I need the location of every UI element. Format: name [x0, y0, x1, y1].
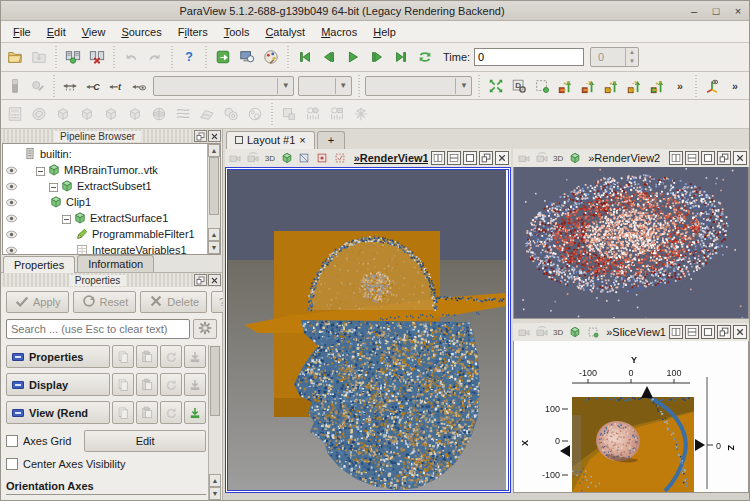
- menu-macros[interactable]: Macros: [313, 23, 365, 41]
- probe-location-icon[interactable]: [349, 102, 373, 126]
- edit-color-map-icon[interactable]: [26, 74, 49, 98]
- menu-file[interactable]: File: [5, 23, 39, 41]
- tab-information[interactable]: Information: [77, 255, 154, 272]
- sliceview1-viewport[interactable]: -100 0 100 Y 100 0 -100 X: [513, 341, 749, 493]
- center-axes-icon[interactable]: [701, 74, 724, 98]
- cam-3d-icon[interactable]: [533, 151, 550, 166]
- zoom-to-data-icon[interactable]: D: [507, 74, 530, 98]
- apply-button[interactable]: Apply: [6, 291, 69, 313]
- doc-copy-button[interactable]: [112, 401, 134, 424]
- menu-sources[interactable]: Sources: [113, 23, 169, 41]
- vcr-loop-icon[interactable]: [413, 45, 437, 69]
- vcr-play-icon[interactable]: [341, 45, 365, 69]
- add-layout-tab[interactable]: +: [317, 131, 345, 149]
- sel-1-icon[interactable]: [296, 151, 313, 166]
- color-bar-icon[interactable]: [3, 74, 26, 98]
- reset-button[interactable]: Reset: [73, 291, 137, 313]
- cam-2d-icon[interactable]: [227, 151, 244, 166]
- auto-apply-icon[interactable]: [211, 45, 235, 69]
- scroll-up-icon[interactable]: ▲: [208, 144, 220, 157]
- maximize-button[interactable]: □: [705, 5, 727, 17]
- visibility-eye-icon[interactable]: [3, 212, 19, 225]
- color-array-combo[interactable]: ▼: [153, 76, 294, 96]
- filter-clip-icon[interactable]: [51, 102, 75, 126]
- axes-cube-icon[interactable]: [566, 151, 583, 166]
- close-button[interactable]: [733, 151, 747, 165]
- doc-paste-button[interactable]: [136, 401, 158, 424]
- layout-tab-close-icon[interactable]: ×: [299, 134, 305, 146]
- doc-paste-button[interactable]: [136, 373, 158, 396]
- pipeline-float-button[interactable]: [194, 130, 207, 142]
- save-arrow-button[interactable]: [184, 373, 206, 396]
- pipeline-item-extractsubset1[interactable]: ExtractSubset1: [3, 178, 206, 194]
- visibility-eye-icon[interactable]: [3, 228, 19, 241]
- filter-extract-subset-icon[interactable]: [123, 102, 147, 126]
- menu-view[interactable]: View: [74, 23, 114, 41]
- search-options-button[interactable]: [193, 319, 217, 339]
- vcr-last-icon[interactable]: [389, 45, 413, 69]
- cam-3d-icon[interactable]: [245, 151, 262, 166]
- pipeline-item-integratevariables1[interactable]: IntegrateVariables1: [3, 242, 206, 255]
- slice-z-marker[interactable]: [695, 439, 705, 451]
- properties-titlebar[interactable]: Properties: [1, 273, 222, 287]
- expander-icon[interactable]: [49, 182, 58, 191]
- scroll-down-icon[interactable]: ▼: [208, 241, 220, 254]
- properties-scrollbar[interactable]: ▲ ▼: [208, 345, 221, 500]
- save-state-icon[interactable]: [27, 45, 51, 69]
- visibility-eye-icon[interactable]: [3, 180, 19, 193]
- view-title[interactable]: »SliceView1: [606, 326, 666, 338]
- save-arrow-button[interactable]: [184, 401, 206, 424]
- pipeline-item-builtin-[interactable]: builtin:: [3, 146, 206, 162]
- pipeline-scrollbar[interactable]: ▲ ▲ ▼: [207, 144, 220, 254]
- expander-icon[interactable]: [62, 214, 71, 223]
- calculator-icon[interactable]: [3, 102, 27, 126]
- slice-y-marker[interactable]: [641, 386, 653, 398]
- zoom-to-box-icon[interactable]: [530, 74, 553, 98]
- close-button[interactable]: ×: [727, 5, 749, 17]
- toggle-3d-mode[interactable]: 3D: [551, 154, 565, 163]
- refresh-small-button[interactable]: [160, 373, 182, 396]
- pipeline-item-extractsurface1[interactable]: ExtractSurface1: [3, 210, 206, 226]
- open-icon[interactable]: [3, 45, 27, 69]
- split-h-button[interactable]: [669, 151, 683, 165]
- pipeline-close-button[interactable]: [208, 130, 221, 142]
- server-disconnect-icon[interactable]: [85, 45, 109, 69]
- pipeline-browser-titlebar[interactable]: Pipeline Browser: [1, 129, 222, 143]
- renderview2-canvas[interactable]: [514, 167, 749, 319]
- scroll-down-icon[interactable]: ▼: [209, 487, 221, 500]
- properties-close-button[interactable]: [208, 274, 221, 286]
- view-pz-icon[interactable]: +Z: [645, 74, 668, 98]
- rescale-temporal-icon[interactable]: t: [105, 74, 128, 98]
- maximize-button[interactable]: [701, 325, 715, 339]
- scroll-up-icon[interactable]: ▲: [208, 228, 220, 241]
- filter-contour-icon[interactable]: [27, 102, 51, 126]
- vcr-prev-icon[interactable]: [317, 45, 341, 69]
- axes-cube-icon[interactable]: [566, 325, 583, 340]
- section-header-properties[interactable]: Properties: [6, 345, 110, 368]
- axes-grid-checkbox[interactable]: [6, 435, 18, 447]
- menu-tools[interactable]: Tools: [216, 23, 258, 41]
- pipeline-item-programmablefilter1[interactable]: ProgrammableFilter1: [3, 226, 206, 242]
- sel-box-icon[interactable]: [584, 325, 601, 340]
- scroll-thumb[interactable]: [209, 157, 219, 215]
- redo-icon[interactable]: [143, 45, 167, 69]
- filter-slice-icon[interactable]: [75, 102, 99, 126]
- reset-camera-icon[interactable]: [484, 74, 507, 98]
- filter-glyph-icon[interactable]: [147, 102, 171, 126]
- save-arrow-button[interactable]: [184, 345, 206, 368]
- doc-copy-button[interactable]: [112, 345, 134, 368]
- split-v-button[interactable]: [685, 151, 699, 165]
- visibility-eye-icon[interactable]: [3, 196, 19, 209]
- menu-catalyst[interactable]: Catalyst: [257, 23, 313, 41]
- delete-button[interactable]: Delete: [140, 291, 207, 313]
- minimize-button[interactable]: –: [683, 5, 705, 17]
- undo-icon[interactable]: [119, 45, 143, 69]
- search-input[interactable]: [6, 319, 190, 339]
- close-button[interactable]: [495, 151, 509, 165]
- visibility-eye-icon[interactable]: [3, 244, 19, 256]
- filter-threshold-icon[interactable]: [99, 102, 123, 126]
- cam-3d-icon[interactable]: [533, 325, 550, 340]
- popout-button[interactable]: [717, 325, 731, 339]
- axes-cube-icon[interactable]: [278, 151, 295, 166]
- help-icon[interactable]: ?: [177, 45, 201, 69]
